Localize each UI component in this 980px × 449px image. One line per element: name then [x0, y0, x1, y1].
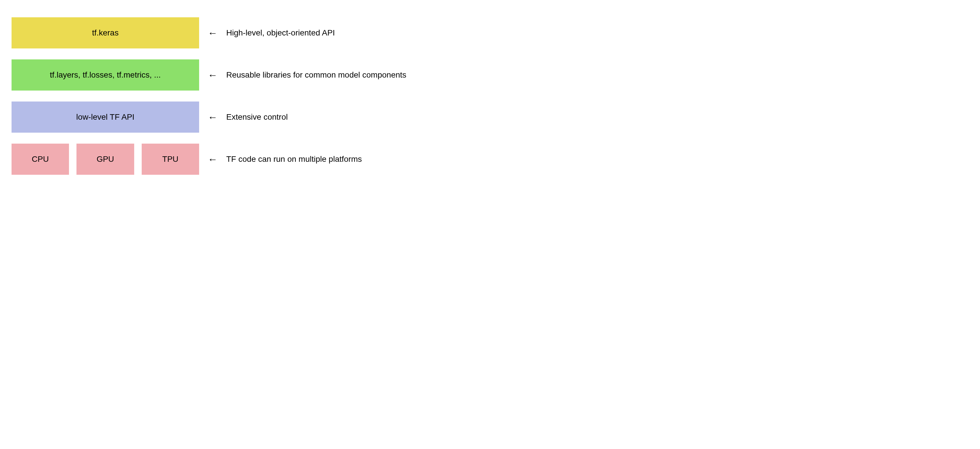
layer-box-lowlevel: low-level TF API [11, 102, 199, 133]
layer-description: Reusable libraries for common model comp… [226, 70, 406, 79]
layer-box-libraries: tf.layers, tf.losses, tf.metrics, ... [11, 59, 199, 90]
platform-label: GPU [97, 155, 114, 164]
layer-row-lowlevel: low-level TF API ← Extensive control [11, 102, 450, 133]
platform-box-cpu: CPU [11, 144, 69, 175]
arrow-left-icon: ← [208, 112, 218, 122]
tensorflow-api-hierarchy-diagram: tf.keras ← High-level, object-oriented A… [11, 17, 450, 175]
layer-row-keras: tf.keras ← High-level, object-oriented A… [11, 17, 450, 48]
layer-label: tf.layers, tf.losses, tf.metrics, ... [50, 70, 161, 79]
layer-label: low-level TF API [76, 113, 134, 122]
layer-description: Extensive control [226, 113, 288, 122]
platform-box-gpu: GPU [76, 144, 134, 175]
platform-label: TPU [162, 155, 178, 164]
layer-box-keras: tf.keras [11, 17, 199, 48]
arrow-left-icon: ← [208, 28, 218, 38]
platform-label: CPU [32, 155, 49, 164]
platform-box-tpu: TPU [142, 144, 199, 175]
layer-label: tf.keras [92, 28, 119, 38]
arrow-left-icon: ← [208, 154, 218, 164]
layer-description: High-level, object-oriented API [226, 28, 335, 38]
arrow-left-icon: ← [208, 70, 218, 80]
layer-row-libraries: tf.layers, tf.losses, tf.metrics, ... ← … [11, 59, 450, 90]
layer-row-platforms: CPU GPU TPU ← TF code can run on multipl… [11, 144, 450, 175]
platforms-description: TF code can run on multiple platforms [226, 155, 362, 164]
